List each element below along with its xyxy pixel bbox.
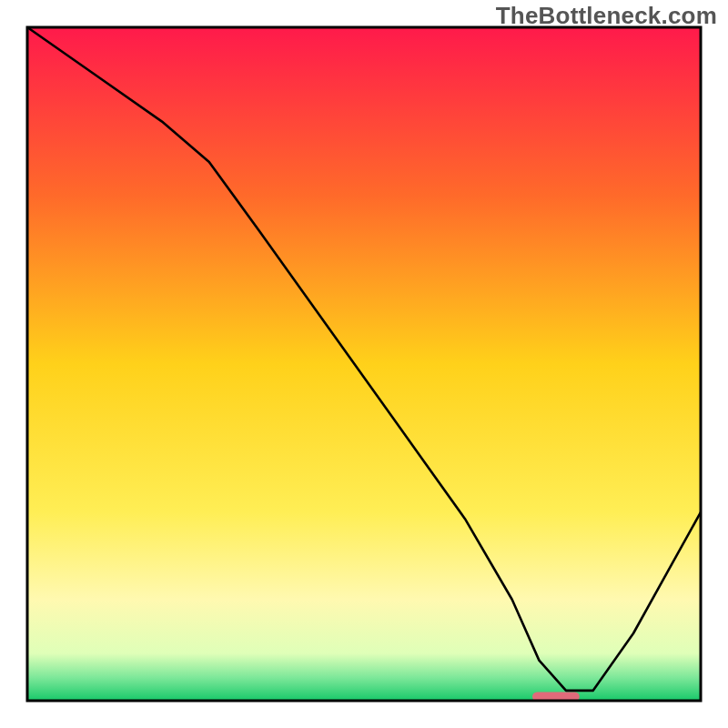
bottleneck-chart (0, 0, 728, 728)
chart-container: TheBottleneck.com (0, 0, 728, 728)
watermark-label: TheBottleneck.com (496, 2, 717, 30)
gradient-background (27, 27, 701, 701)
